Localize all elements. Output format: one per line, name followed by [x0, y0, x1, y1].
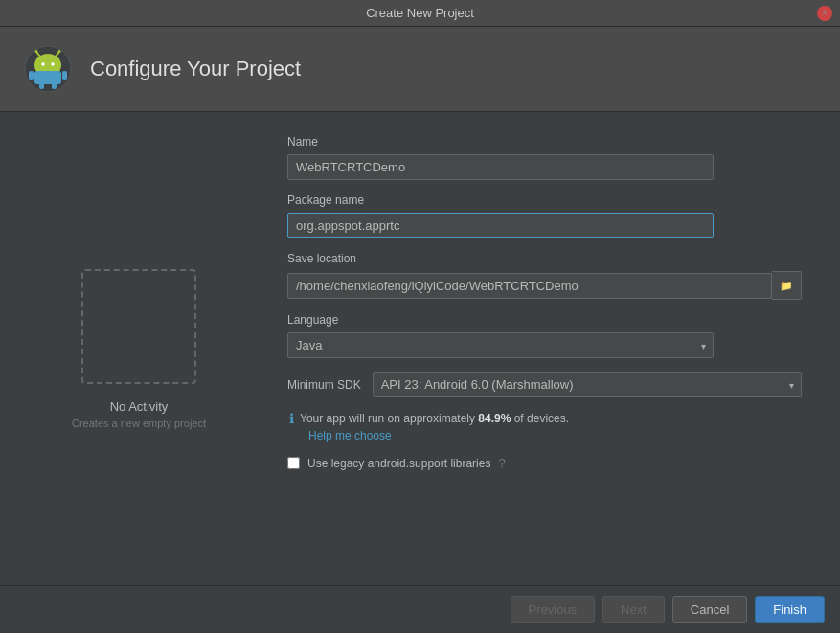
- title-bar: Create New Project ×: [0, 0, 840, 27]
- activity-name: No Activity: [110, 399, 169, 414]
- previous-button[interactable]: Previous: [511, 596, 596, 623]
- browse-button[interactable]: 📁: [772, 271, 802, 300]
- svg-rect-9: [39, 82, 44, 89]
- legacy-help-icon[interactable]: ?: [498, 456, 505, 470]
- info-row: ℹ Your app will run on approximately 84.…: [287, 411, 802, 442]
- activity-description: Creates a new empty project: [72, 418, 206, 429]
- android-studio-icon: [23, 44, 73, 94]
- package-label: Package name: [287, 193, 802, 207]
- info-suffix: of devices.: [511, 412, 569, 425]
- right-panel: Name Package name Save location 📁 Langua…: [278, 112, 840, 585]
- svg-rect-11: [29, 71, 34, 80]
- package-input[interactable]: [287, 213, 714, 238]
- save-location-label: Save location: [287, 252, 802, 265]
- info-icon: ℹ: [289, 411, 294, 426]
- language-group: Language Java Kotlin ▾: [287, 313, 802, 358]
- svg-rect-8: [34, 71, 61, 84]
- info-message: Your app will run on approximately 84.9%…: [300, 412, 569, 425]
- sdk-select-wrapper: API 16: Android 4.1 (Jelly Bean) API 17:…: [373, 372, 802, 397]
- name-input[interactable]: [287, 154, 714, 180]
- next-button[interactable]: Next: [602, 596, 665, 623]
- finish-button[interactable]: Finish: [755, 596, 825, 623]
- dialog-title: Create New Project: [366, 6, 474, 20]
- main-content: No Activity Creates a new empty project …: [0, 112, 840, 585]
- language-select-wrapper: Java Kotlin ▾: [287, 332, 714, 358]
- page-title: Configure Your Project: [90, 57, 301, 81]
- help-me-choose-link[interactable]: Help me choose: [289, 429, 802, 442]
- legacy-checkbox-row: Use legacy android.support libraries ?: [287, 456, 802, 470]
- info-percent: 84.9%: [478, 412, 511, 425]
- svg-rect-10: [52, 82, 57, 89]
- legacy-checkbox-label[interactable]: Use legacy android.support libraries: [307, 457, 490, 470]
- header-area: Configure Your Project: [0, 27, 840, 112]
- legacy-checkbox[interactable]: [287, 457, 300, 469]
- package-group: Package name: [287, 193, 802, 238]
- sdk-row: Minimum SDK API 16: Android 4.1 (Jelly B…: [287, 372, 802, 397]
- name-label: Name: [287, 135, 802, 148]
- svg-rect-12: [62, 71, 67, 80]
- svg-point-3: [35, 50, 38, 53]
- name-group: Name: [287, 135, 802, 180]
- save-location-group: Save location 📁: [287, 252, 802, 300]
- svg-point-5: [58, 50, 61, 53]
- cancel-button[interactable]: Cancel: [672, 596, 747, 623]
- folder-icon: 📁: [780, 280, 793, 292]
- min-sdk-select[interactable]: API 16: Android 4.1 (Jelly Bean) API 17:…: [373, 372, 802, 397]
- min-sdk-group: Minimum SDK API 16: Android 4.1 (Jelly B…: [287, 372, 802, 397]
- save-location-input-row: 📁: [287, 271, 802, 300]
- svg-point-6: [41, 62, 45, 66]
- left-panel: No Activity Creates a new empty project: [0, 112, 278, 585]
- svg-point-7: [51, 62, 55, 66]
- bottom-bar: Previous Next Cancel Finish: [0, 585, 840, 633]
- language-select[interactable]: Java Kotlin: [287, 332, 714, 358]
- save-location-input[interactable]: [287, 273, 772, 299]
- activity-preview: [81, 269, 196, 384]
- language-label: Language: [287, 313, 802, 327]
- min-sdk-label: Minimum SDK: [287, 378, 361, 392]
- close-button[interactable]: ×: [817, 6, 832, 21]
- info-text: ℹ Your app will run on approximately 84.…: [289, 411, 802, 426]
